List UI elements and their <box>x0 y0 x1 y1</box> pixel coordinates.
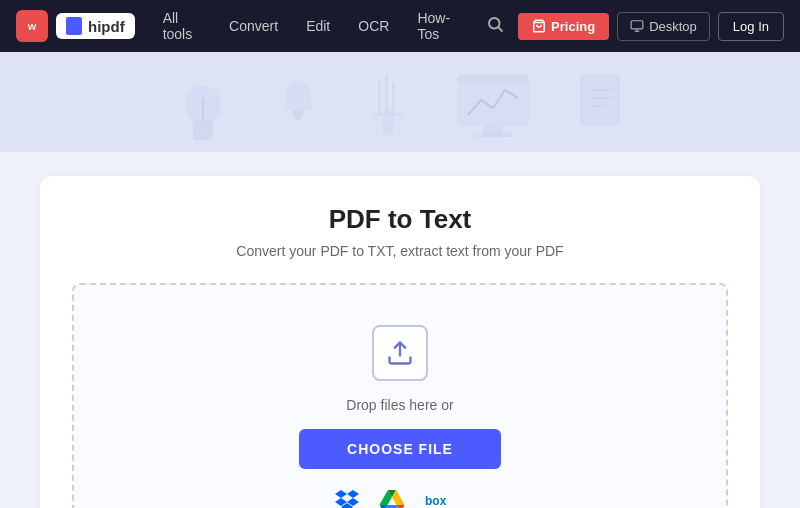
hipdf-icon <box>66 17 82 35</box>
login-label: Log In <box>733 19 769 34</box>
wondershare-logo: W <box>16 10 48 42</box>
svg-rect-22 <box>581 75 619 125</box>
svg-rect-21 <box>473 132 513 137</box>
nav-edit[interactable]: Edit <box>294 12 342 40</box>
svg-text:box: box <box>425 494 447 508</box>
drop-zone[interactable]: Drop files here or CHOOSE FILE <box>72 283 728 508</box>
search-icon[interactable] <box>480 9 510 43</box>
choose-file-button[interactable]: CHOOSE FILE <box>299 429 501 469</box>
banner-illustrations <box>173 60 628 144</box>
drop-text: Drop files here or <box>346 397 453 413</box>
cloud-service-icons: box <box>335 489 465 508</box>
nav-convert[interactable]: Convert <box>217 12 290 40</box>
desktop-button[interactable]: Desktop <box>617 12 710 41</box>
tool-title: PDF to Text <box>72 204 728 235</box>
navbar: W hipdf All tools Convert Edit OCR How-T… <box>0 0 800 52</box>
chart-icon <box>453 70 533 144</box>
svg-rect-15 <box>378 80 381 115</box>
svg-point-12 <box>295 115 301 121</box>
bell-icon <box>273 70 323 144</box>
tool-subtitle: Convert your PDF to TXT, extract text fr… <box>72 243 728 259</box>
svg-text:W: W <box>28 22 37 32</box>
hipdf-text: hipdf <box>88 18 125 35</box>
nav-actions: Pricing Desktop Log In <box>480 9 784 43</box>
google-drive-icon[interactable] <box>379 490 405 509</box>
svg-line-3 <box>498 27 502 31</box>
svg-rect-19 <box>458 75 528 83</box>
brand-area: W hipdf <box>16 10 135 42</box>
plant-icon <box>173 60 233 144</box>
pricing-button[interactable]: Pricing <box>518 13 609 40</box>
document-icon <box>573 70 628 144</box>
box-icon[interactable]: box <box>425 491 465 508</box>
login-button[interactable]: Log In <box>718 12 784 41</box>
svg-rect-17 <box>392 82 395 115</box>
nav-all-tools[interactable]: All tools <box>151 4 213 48</box>
tool-card: PDF to Text Convert your PDF to TXT, ext… <box>40 176 760 508</box>
svg-rect-5 <box>631 21 643 29</box>
desktop-label: Desktop <box>649 19 697 34</box>
svg-point-2 <box>489 18 500 29</box>
svg-rect-16 <box>385 75 388 115</box>
dropbox-icon[interactable] <box>335 489 359 508</box>
pricing-label: Pricing <box>551 19 595 34</box>
upload-icon <box>372 325 428 381</box>
nav-ocr[interactable]: OCR <box>346 12 401 40</box>
nav-howtos[interactable]: How-Tos <box>405 4 472 48</box>
hipdf-logo[interactable]: hipdf <box>56 13 135 39</box>
tools-icon <box>363 60 413 144</box>
decorative-banner <box>0 52 800 152</box>
nav-links: All tools Convert Edit OCR How-Tos <box>151 4 472 48</box>
main-content: PDF to Text Convert your PDF to TXT, ext… <box>0 152 800 508</box>
